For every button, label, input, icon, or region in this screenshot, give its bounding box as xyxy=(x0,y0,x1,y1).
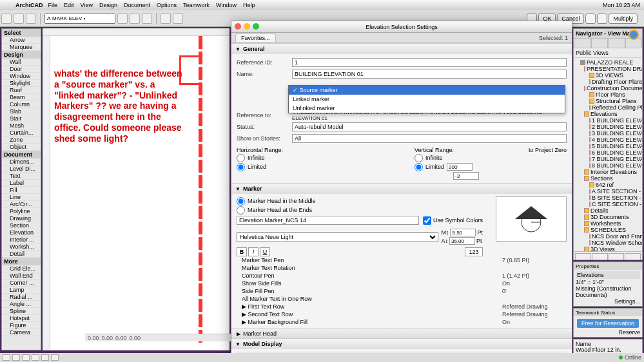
nav-tree-item[interactable]: B SITE SECTION - B xyxy=(575,195,641,201)
nav-tree-item[interactable]: 8 BUILDING ELEVATION 08 xyxy=(575,162,641,169)
tool-elevation[interactable]: Elevation xyxy=(2,229,41,236)
menu-teamwork[interactable]: Teamwork xyxy=(183,2,210,8)
toolbar-btn[interactable] xyxy=(14,14,24,24)
marker-ends-radio[interactable] xyxy=(237,206,245,214)
toolbar-btn[interactable] xyxy=(142,14,152,24)
toolbar-btn[interactable] xyxy=(173,14,183,24)
tool-angle[interactable]: Angle ... xyxy=(2,301,41,308)
surface-row[interactable]: Name xyxy=(576,341,640,347)
nav-tree-item[interactable]: 2 BUILDING ELEVATION 02 xyxy=(575,124,641,130)
section-marker-header[interactable]: ▼Marker xyxy=(231,184,572,194)
show-stories-select[interactable] xyxy=(292,134,567,143)
tool-marquee[interactable]: Marquee xyxy=(2,44,41,51)
toolbar-btn[interactable] xyxy=(585,14,596,24)
browser-dock-icon[interactable] xyxy=(629,30,639,40)
ref-id-input[interactable] xyxy=(292,58,567,67)
vrange-infinite-radio[interactable] xyxy=(415,154,423,162)
tool-label[interactable]: Label xyxy=(2,180,41,187)
marker-prop-row[interactable]: ▶ First Text RowReferred Drawing xyxy=(237,303,567,310)
toolbar-btn[interactable] xyxy=(161,14,171,24)
tool-door[interactable]: Door xyxy=(2,66,41,73)
name-input[interactable] xyxy=(292,70,567,79)
tool-hotspot[interactable]: Hotspot xyxy=(2,315,41,322)
marker-prop-row[interactable]: All Marker Text in One Row xyxy=(237,295,567,303)
navigator-tab-icon[interactable] xyxy=(574,38,591,48)
vrange-limited-radio[interactable] xyxy=(415,163,423,171)
nav-tree-item[interactable]: Construction Documentation xyxy=(575,85,641,91)
tool-section[interactable]: Section xyxy=(2,222,41,229)
settings-button[interactable]: Settings... xyxy=(576,298,640,305)
font-select[interactable]: Helvetica Neue Light xyxy=(237,232,438,242)
nav-tree-item[interactable]: PALAZZO REALE xyxy=(575,59,641,66)
bottom-btn[interactable] xyxy=(51,354,59,361)
tool-mesh[interactable]: Mesh xyxy=(2,122,41,129)
tool-beam[interactable]: Beam xyxy=(2,94,41,101)
bottom-btn[interactable] xyxy=(22,354,30,361)
menu-document[interactable]: Document xyxy=(124,2,150,8)
marker-prop-row[interactable]: Contour Pen1 (1.42 Pt) xyxy=(237,272,567,280)
tool-figure[interactable]: Figure xyxy=(2,322,41,329)
multiply-label[interactable]: Multiply xyxy=(609,14,638,24)
status-select[interactable] xyxy=(292,122,567,131)
teamwork-header[interactable]: Teamwork Status xyxy=(574,309,642,316)
nav-tree-item[interactable]: Details xyxy=(575,207,641,214)
marker-prop-row[interactable]: ▶ Marker Background FillOn xyxy=(237,318,567,326)
dropdown-opt-linked[interactable]: Linked marker xyxy=(289,95,565,104)
menu-file[interactable]: File xyxy=(48,2,58,8)
marker-prop-row[interactable]: ▶ Second Text RowReferred Drawing xyxy=(237,310,567,318)
nav-tree-item[interactable]: SCHEDULES xyxy=(575,227,641,233)
toolbar-btn[interactable] xyxy=(597,14,607,24)
tool-drawing[interactable]: Drawing xyxy=(2,215,41,222)
surface-row[interactable]: Wood Floor 12 in. xyxy=(576,347,640,352)
marker-prop-row[interactable]: Marker Text Pen7 (0.85 Pt) xyxy=(237,256,567,264)
tool-camera[interactable]: Camera xyxy=(2,329,41,336)
vrange-top-input[interactable] xyxy=(447,163,473,171)
navigator-tree[interactable]: PALAZZO REALEPRESENTATION DRAWINGS3D VIE… xyxy=(574,58,642,251)
section-marker-head[interactable]: ▶Marker Head xyxy=(231,329,572,338)
nav-tree-item[interactable]: 1 BUILDING ELEVATION 01 xyxy=(575,117,641,124)
nav-tree-item[interactable]: Floor Plans xyxy=(575,91,641,98)
tool-spline[interactable]: Spline xyxy=(2,308,41,315)
marker-middle-radio[interactable] xyxy=(237,197,245,205)
menu-design[interactable]: Design xyxy=(99,2,117,8)
tool-arccir[interactable]: Arc/Cir... xyxy=(2,201,41,208)
menu-window[interactable]: Window xyxy=(216,2,237,8)
reserve-button[interactable]: Reserve xyxy=(576,329,640,336)
marker-type-dropdown[interactable]: Source marker Linked marker Unlinked mar… xyxy=(288,85,565,113)
marker-prop-row[interactable]: Show Side FillsOn xyxy=(237,280,567,287)
nav-tree-item[interactable]: 6 BUILDING ELEVATION 06 xyxy=(575,149,641,156)
nav-tree-item[interactable]: Interior Elevations xyxy=(575,169,641,175)
menu-edit[interactable]: Edit xyxy=(64,2,74,8)
nav-tree-item[interactable]: C SITE SECTION - C xyxy=(575,201,641,207)
hrange-limited-radio[interactable] xyxy=(237,163,245,171)
tool-slab[interactable]: Slab xyxy=(2,108,41,115)
tool-window[interactable]: Window xyxy=(2,73,41,80)
nav-tree-item[interactable]: Drafting Floor Plans xyxy=(575,79,641,85)
tool-wallend[interactable]: Wall End xyxy=(2,272,41,280)
tool-arrow[interactable]: Arrow xyxy=(2,37,41,44)
tool-object[interactable]: Object xyxy=(2,144,41,151)
nav-tree-item[interactable]: NCS Window Schedule xyxy=(575,240,641,246)
nav-tree-item[interactable]: 3D VIEWS xyxy=(575,72,641,79)
properties-header[interactable]: Properties xyxy=(574,262,642,270)
nav-tree-item[interactable]: 4 BUILDING ELEVATION 04 xyxy=(575,137,641,143)
tool-radial[interactable]: Radial ... xyxy=(2,294,41,301)
bottom-btn[interactable] xyxy=(12,354,20,361)
elevation-marker-select[interactable] xyxy=(237,216,419,225)
drawing-canvas[interactable]: whats' the difference between a "source … xyxy=(43,28,229,350)
tool-dimens[interactable]: Dimens... xyxy=(2,158,41,166)
italic-button[interactable]: I xyxy=(248,247,259,256)
props-tab[interactable]: Elevations xyxy=(576,271,640,279)
nav-tree-item[interactable]: 3 BUILDING ELEVATION 03 xyxy=(575,130,641,137)
free-for-reservation-button[interactable]: Free for Reservation xyxy=(577,319,639,328)
pen-button[interactable]: 123 xyxy=(465,247,483,256)
tool-zone[interactable]: Zone xyxy=(2,137,41,144)
nav-button[interactable] xyxy=(575,253,591,260)
nav-tree-item[interactable]: Structural Plans xyxy=(575,98,641,104)
close-icon[interactable] xyxy=(235,23,241,30)
tool-column[interactable]: Column xyxy=(2,101,41,108)
hrange-infinite-radio[interactable] xyxy=(237,154,245,162)
section-model-display-header[interactable]: ▼Model Display xyxy=(231,339,572,349)
marker-size-input[interactable] xyxy=(449,237,475,245)
dropdown-opt-unlinked[interactable]: Unlinked marker xyxy=(289,104,565,113)
